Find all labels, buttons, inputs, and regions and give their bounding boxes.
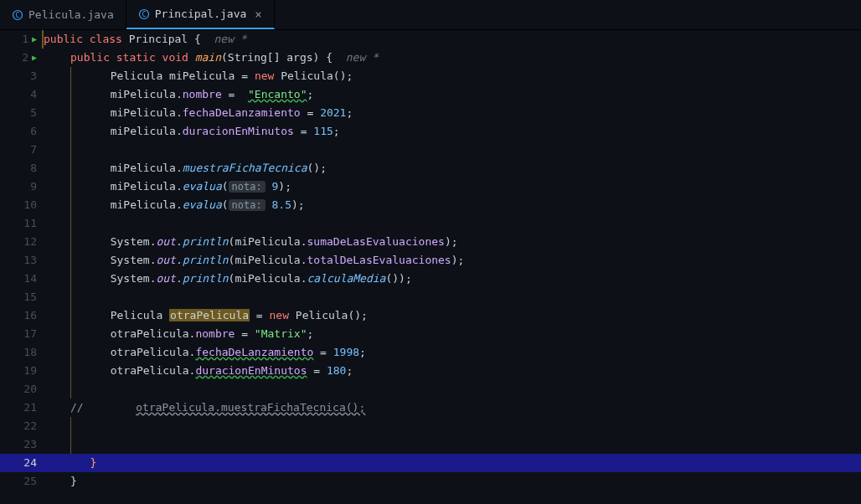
gutter-line[interactable]: 18 [0,343,42,362]
gutter: 1▶ 2▶ 3 4 5 6 7 8 9 10 11 12 13 14 15 16… [0,30,42,504]
code-line[interactable] [42,214,861,233]
code-line[interactable]: public static void main(String[] args) {… [42,49,861,67]
gutter-line[interactable]: 25 [0,472,42,491]
code-line[interactable]: System.out.println(miPelicula.sumaDeLasE… [42,233,861,251]
gutter-line[interactable]: 11 [0,214,42,233]
svg-text:C: C [16,12,20,19]
code-line[interactable]: miPelicula.evalua(nota: 9); [42,177,861,196]
code-line[interactable]: System.out.println(miPelicula.totalDeLas… [42,251,861,270]
code-line[interactable] [42,417,861,435]
run-icon[interactable]: ▶ [32,49,37,67]
gutter-line[interactable]: 21 [0,399,42,417]
code-line[interactable]: miPelicula.fechaDeLanzamiento = 2021; [42,104,861,122]
gutter-line[interactable]: 10 [0,196,42,214]
svg-text:C: C [142,11,146,18]
gutter-line[interactable]: 24 [0,454,42,472]
parameter-hint: nota: [229,199,266,211]
gutter-line[interactable]: 4 [0,85,42,104]
gutter-line[interactable]: 17 [0,325,42,343]
gutter-line[interactable]: 15 [0,288,42,306]
tab-label: Pelicula.java [28,8,114,21]
code-line[interactable]: otraPelicula.duracionEnMinutos = 180; [42,362,861,380]
gutter-line[interactable]: 13 [0,251,42,270]
tab-bar: C Pelicula.java C Principal.java × [0,0,861,30]
code-line[interactable]: // otraPelicula.muestraFichaTecnica(); [42,399,861,417]
gutter-line[interactable]: 14 [0,270,42,288]
code-line[interactable]: System.out.println(miPelicula.calculaMed… [42,270,861,288]
code-area[interactable]: public class Principal { new * public st… [42,30,861,504]
code-line[interactable]: Pelicula otraPelicula = new Pelicula(); [42,306,861,325]
code-line[interactable]: } [42,472,861,491]
code-line[interactable]: otraPelicula.nombre = "Matrix"; [42,325,861,343]
parameter-hint: nota: [229,181,266,193]
code-line[interactable]: public class Principal { new * [42,30,861,49]
gutter-line[interactable]: 23 [0,435,42,454]
gutter-line[interactable]: 20 [0,380,42,399]
code-line[interactable]: miPelicula.duracionEnMinutos = 115; [42,122,861,141]
code-line[interactable] [42,380,861,399]
gutter-line[interactable]: 3 [0,67,42,85]
code-line[interactable] [42,288,861,306]
gutter-line[interactable]: 5 [0,104,42,122]
code-line[interactable]: miPelicula.muestraFichaTecnica(); [42,159,861,177]
gutter-line[interactable]: 6 [0,122,42,141]
code-line[interactable]: miPelicula.evalua(nota: 8.5); [42,196,861,214]
code-line[interactable]: } [42,454,861,472]
gutter-line[interactable]: 1▶ [0,30,42,49]
gutter-line[interactable]: 7 [0,141,42,159]
code-line[interactable]: Pelicula miPelicula = new Pelicula(); [42,67,861,85]
gutter-line[interactable]: 16 [0,306,42,325]
gutter-line[interactable]: 19 [0,362,42,380]
run-icon[interactable]: ▶ [32,30,37,49]
gutter-line[interactable]: 22 [0,417,42,435]
code-editor[interactable]: 1▶ 2▶ 3 4 5 6 7 8 9 10 11 12 13 14 15 16… [0,30,861,504]
tab-label: Principal.java [155,8,247,20]
tab-principal[interactable]: C Principal.java × [126,0,275,29]
class-icon: C [138,8,150,20]
gutter-line[interactable]: 12 [0,233,42,251]
code-line[interactable]: miPelicula.nombre = "Encanto"; [42,85,861,104]
tab-pelicula[interactable]: C Pelicula.java [0,0,126,29]
code-line[interactable] [42,141,861,159]
class-icon: C [12,9,23,21]
gutter-line[interactable]: 8 [0,159,42,177]
code-line[interactable] [42,435,861,454]
close-icon[interactable]: × [255,8,261,21]
gutter-line[interactable]: 9 [0,177,42,196]
gutter-line[interactable]: 2▶ [0,49,42,67]
highlighted-variable: otraPelicula [169,309,250,321]
code-line[interactable]: otraPelicula.fechaDeLanzamiento = 1998; [42,343,861,362]
